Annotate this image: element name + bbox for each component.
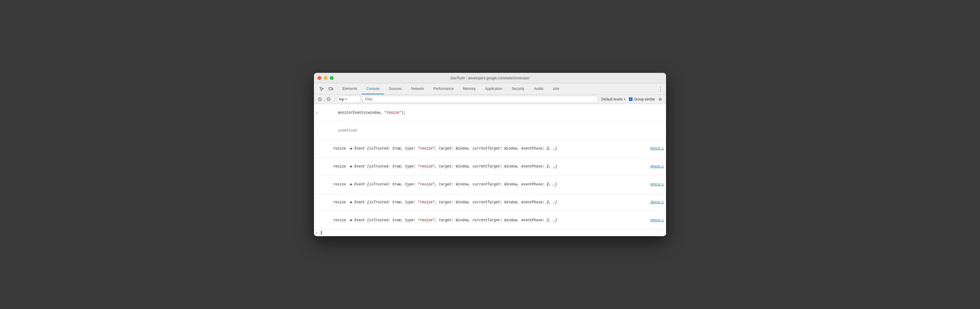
- svg-line-3: [319, 98, 321, 100]
- tab-application[interactable]: Application: [480, 83, 507, 94]
- group-similar-label: Group similar: [634, 97, 655, 101]
- toolbar-divider-1: [334, 97, 335, 102]
- console-log-line-3: resize ▶ Event {isTrusted: true, type: "…: [314, 176, 666, 194]
- clear-console-button[interactable]: [316, 96, 323, 103]
- log-line-2-text: resize ▶ Event {isTrusted: true, type: "…: [316, 159, 646, 175]
- log-line-1-source[interactable]: VM310:1: [646, 146, 664, 151]
- result-arrow-icon: ‹: [316, 128, 318, 133]
- prompt-cursor: [321, 231, 321, 235]
- context-selector[interactable]: top ▾: [337, 96, 361, 103]
- group-similar-toggle[interactable]: ✓ Group similar: [629, 97, 655, 101]
- prompt-chevron-icon: ›: [316, 231, 318, 235]
- inspect-icon[interactable]: [318, 85, 326, 93]
- log-line-5-text: resize ▶ Event {isTrusted: true, type: "…: [316, 212, 646, 228]
- context-value: top: [339, 97, 344, 101]
- gear-icon: ⚙: [659, 97, 662, 102]
- device-toggle-icon[interactable]: [327, 85, 335, 93]
- devtools-window: DevTools - developers.google.com/web/sho…: [314, 73, 666, 236]
- minimize-button[interactable]: [324, 76, 328, 80]
- traffic-lights: [318, 76, 334, 80]
- console-prompt[interactable]: ›: [314, 229, 666, 236]
- levels-label: Default levels: [601, 97, 623, 101]
- tab-icon-group: [315, 83, 338, 94]
- titlebar: DevTools - developers.google.com/web/sho…: [314, 73, 666, 83]
- console-result-text: undefined: [321, 123, 664, 139]
- more-tabs-button[interactable]: ⋮: [655, 83, 666, 94]
- levels-selector[interactable]: Default levels ▾: [600, 97, 627, 102]
- tab-axe[interactable]: aXe: [548, 83, 564, 94]
- maximize-button[interactable]: [330, 76, 334, 80]
- context-arrow-icon: ▾: [345, 98, 347, 101]
- console-log-line-1: resize ▶ Event {isTrusted: true, type: "…: [314, 140, 666, 158]
- tab-elements[interactable]: Elements: [338, 83, 362, 94]
- console-log-line-4: resize ▶ Event {isTrusted: true, type: "…: [314, 194, 666, 211]
- input-chevron-icon: ›: [316, 110, 318, 115]
- log-line-2-source[interactable]: VM310:1: [646, 164, 664, 169]
- svg-rect-0: [329, 88, 332, 90]
- log-line-5-source[interactable]: VM310:1: [646, 218, 664, 223]
- log-line-3-source[interactable]: VM310:1: [646, 182, 664, 187]
- tabs: Elements Console Sources Network Perform…: [338, 83, 655, 94]
- settings-gear-button[interactable]: ⚙: [657, 96, 664, 103]
- tab-memory[interactable]: Memory: [458, 83, 480, 94]
- tab-security[interactable]: Security: [507, 83, 529, 94]
- console-input-line: › monitorEvents(window, "resize");: [314, 104, 666, 122]
- log-line-4-text: resize ▶ Event {isTrusted: true, type: "…: [316, 194, 646, 210]
- group-similar-checkbox[interactable]: ✓: [629, 97, 633, 101]
- levels-arrow-icon: ▾: [624, 98, 625, 101]
- filter-input[interactable]: [363, 96, 598, 103]
- tab-audits[interactable]: Audits: [529, 83, 548, 94]
- tab-console[interactable]: Console: [362, 83, 384, 94]
- console-result-line: ‹ undefined: [314, 122, 666, 140]
- console-log-line-5: resize ▶ Event {isTrusted: true, type: "…: [314, 211, 666, 229]
- tab-network[interactable]: Network: [406, 83, 429, 94]
- window-title: DevTools - developers.google.com/web/sho…: [450, 76, 529, 80]
- close-button[interactable]: [318, 76, 321, 80]
- tab-sources[interactable]: Sources: [384, 83, 406, 94]
- console-toolbar: top ▾ Default levels ▾ ✓ Group similar ⚙: [314, 94, 666, 104]
- console-log-line-2: resize ▶ Event {isTrusted: true, type: "…: [314, 158, 666, 176]
- log-line-1-text: resize ▶ Event {isTrusted: true, type: "…: [316, 141, 646, 157]
- log-line-3-text: resize ▶ Event {isTrusted: true, type: "…: [316, 176, 646, 192]
- svg-rect-1: [332, 88, 333, 90]
- console-output: › monitorEvents(window, "resize"); ‹ und…: [314, 104, 666, 236]
- log-line-4-source[interactable]: VM310:1: [646, 200, 664, 205]
- tab-performance[interactable]: Performance: [429, 83, 458, 94]
- preserve-log-button[interactable]: [325, 96, 332, 103]
- tabbar: Elements Console Sources Network Perform…: [314, 83, 666, 94]
- console-input-text: monitorEvents(window, "resize");: [321, 105, 664, 121]
